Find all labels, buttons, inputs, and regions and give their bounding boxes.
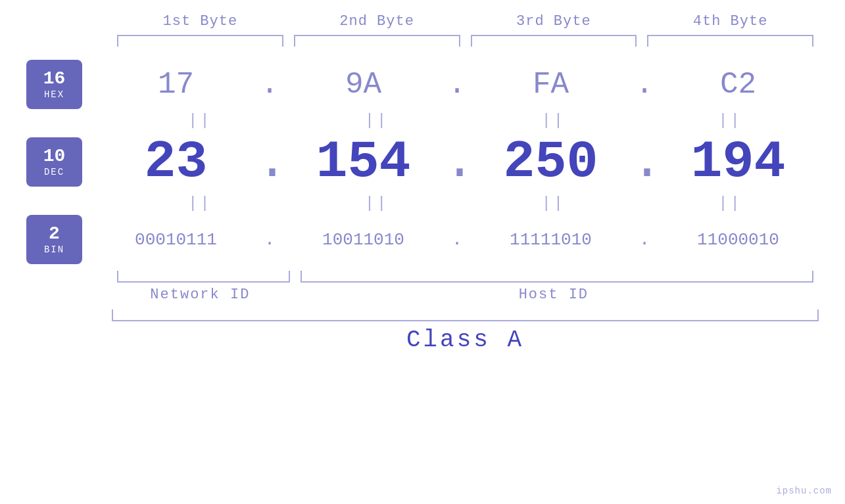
dec-row: 10 DEC 23 . 154 . 250 . 194 <box>26 132 819 192</box>
hex-badge-label: HEX <box>44 89 64 100</box>
bottom-section: Network ID Host ID <box>26 271 819 303</box>
hex-byte1: 17 <box>95 68 256 102</box>
hex-byte4: C2 <box>658 68 819 102</box>
eq2-byte3: || <box>466 195 642 212</box>
hex-dot2: . <box>444 68 470 102</box>
hex-byte2: 9A <box>283 68 444 102</box>
bin-byte3: 11111010 <box>470 230 631 250</box>
byte1-header: 1st Byte <box>112 13 289 30</box>
hex-badge: 16 HEX <box>26 60 82 109</box>
hex-row: 16 HEX 17 . 9A . FA . C2 <box>26 60 819 109</box>
bin-badge-label: BIN <box>44 244 64 255</box>
byte4-header: 4th Byte <box>642 13 819 30</box>
dec-badge: 10 DEC <box>26 137 82 187</box>
eq2-byte2: || <box>289 195 466 212</box>
class-label: Class A <box>112 327 819 354</box>
dec-values: 23 . 154 . 250 . 194 <box>95 132 819 192</box>
hex-byte3: FA <box>470 68 631 102</box>
bracket-byte2 <box>294 35 460 47</box>
host-id-label: Host ID <box>289 286 819 303</box>
hex-dot1: . <box>256 68 283 102</box>
bin-byte1: 00010111 <box>95 230 256 250</box>
bin-values: 00010111 . 10011010 . 11111010 . 1100001… <box>95 230 819 250</box>
class-section: Class A <box>26 309 819 354</box>
equals-row-1: || || || || <box>26 112 819 129</box>
dec-byte1: 23 <box>95 132 256 192</box>
bin-byte4: 11000010 <box>658 230 819 250</box>
bracket-byte3 <box>471 35 637 47</box>
bin-byte2: 10011010 <box>283 230 444 250</box>
dec-dot2: . <box>444 132 470 192</box>
host-bracket <box>301 271 813 283</box>
hex-badge-number: 16 <box>43 69 66 89</box>
bin-dot1: . <box>256 230 283 250</box>
dec-byte4: 194 <box>658 132 819 192</box>
dec-badge-number: 10 <box>43 147 66 167</box>
bin-dot2: . <box>444 230 470 250</box>
byte3-header: 3rd Byte <box>466 13 642 30</box>
equals-row-2: || || || || <box>26 195 819 212</box>
main-container: 1st Byte 2nd Byte 3rd Byte 4th Byte 16 H… <box>0 0 845 504</box>
eq1-byte4: || <box>642 112 819 129</box>
byte-headers: 1st Byte 2nd Byte 3rd Byte 4th Byte <box>26 13 819 30</box>
dec-badge-label: DEC <box>44 167 64 177</box>
dec-byte3: 250 <box>470 132 631 192</box>
top-brackets <box>26 35 819 47</box>
bin-dot3: . <box>631 230 658 250</box>
hex-values: 17 . 9A . FA . C2 <box>95 68 819 102</box>
network-bracket <box>117 271 290 283</box>
eq2-byte4: || <box>642 195 819 212</box>
dec-dot3: . <box>631 132 658 192</box>
bin-badge: 2 BIN <box>26 215 82 264</box>
class-bracket <box>112 309 819 321</box>
hex-dot3: . <box>631 68 658 102</box>
eq1-byte1: || <box>112 112 289 129</box>
eq1-byte2: || <box>289 112 466 129</box>
bracket-byte1 <box>117 35 283 47</box>
bracket-byte4 <box>647 35 813 47</box>
dec-byte2: 154 <box>283 132 444 192</box>
bottom-labels: Network ID Host ID <box>112 286 819 303</box>
network-id-label: Network ID <box>112 286 289 303</box>
eq2-byte1: || <box>112 195 289 212</box>
bin-row: 2 BIN 00010111 . 10011010 . 11111010 . 1… <box>26 215 819 264</box>
eq1-byte3: || <box>466 112 642 129</box>
dec-dot1: . <box>256 132 283 192</box>
byte2-header: 2nd Byte <box>289 13 466 30</box>
bottom-brackets <box>112 271 819 283</box>
bin-badge-number: 2 <box>49 224 60 244</box>
watermark: ipshu.com <box>776 486 832 496</box>
